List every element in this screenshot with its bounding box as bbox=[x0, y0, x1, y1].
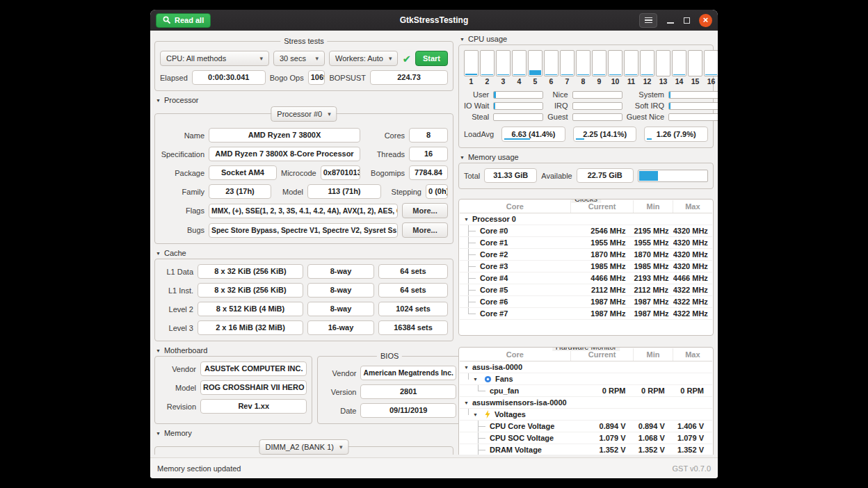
hwmon-sensor-row: CPU SOC Voltage1.079 V1.068 V1.079 V bbox=[460, 432, 712, 444]
bogo-ops-value[interactable]: 106979 bbox=[308, 70, 326, 85]
desktop-background: Read all GtkStressTesting × Stress tests… bbox=[0, 0, 868, 488]
hwmon-fans-row[interactable]: Fans bbox=[460, 373, 712, 385]
clock-row: Core #21870 MHz1870 MHz4320 MHz bbox=[460, 249, 712, 261]
menu-button[interactable] bbox=[639, 13, 657, 28]
expander-icon[interactable] bbox=[464, 400, 469, 405]
cpu-gauge: 8 bbox=[576, 50, 590, 86]
bugs-value[interactable]: Spec Store Bypass, Spectre V1, Spectre V… bbox=[209, 223, 398, 238]
stress-duration-select[interactable]: 30 secs bbox=[273, 51, 325, 66]
maximize-button[interactable] bbox=[684, 17, 690, 24]
mobo-revision-value[interactable]: Rev 1.xx bbox=[200, 399, 307, 414]
cache-size-value[interactable]: 2 x 16 MiB (32 MiB) bbox=[198, 320, 303, 335]
clocks-frame-title: Clocks bbox=[571, 199, 601, 203]
cache-size-value[interactable]: 8 x 512 KiB (4 MiB) bbox=[198, 302, 303, 316]
cpu-usage-expander[interactable]: CPU usage bbox=[460, 35, 714, 43]
elapsed-value[interactable]: 0:00:30.041 bbox=[192, 70, 266, 85]
expander-icon[interactable] bbox=[473, 412, 478, 417]
minimize-button[interactable] bbox=[666, 17, 675, 24]
clocks-group-row[interactable]: Processor 0 bbox=[460, 213, 712, 225]
cache-sets-value[interactable]: 64 sets bbox=[378, 264, 448, 279]
stress-method-select[interactable]: CPU: All methods bbox=[160, 51, 269, 66]
flags-more-button[interactable]: More... bbox=[402, 203, 448, 218]
mem-total-value[interactable]: 31.33 GiB bbox=[484, 168, 537, 183]
bios-version-value[interactable]: 2801 bbox=[360, 384, 456, 399]
clock-row: Core #02546 MHz2195 MHz4320 MHz bbox=[460, 225, 712, 237]
cache-sets-value[interactable]: 64 sets bbox=[378, 283, 448, 298]
hwmon-voltages-row[interactable]: Voltages bbox=[460, 409, 712, 421]
col-max[interactable]: Max bbox=[673, 348, 712, 361]
bios-vendor-value[interactable]: American Megatrends Inc. bbox=[360, 366, 456, 380]
chevron-down-icon bbox=[383, 55, 392, 62]
microcode-value[interactable]: 0x8701013 bbox=[321, 165, 360, 180]
col-min[interactable]: Min bbox=[634, 348, 673, 361]
cache-assoc-value[interactable]: 8-way bbox=[307, 264, 374, 279]
cache-row-label: L1 Data bbox=[160, 268, 193, 276]
bios-version-label: Version bbox=[323, 388, 356, 396]
left-column: Stress tests CPU: All methods 30 secs Wo… bbox=[154, 33, 453, 455]
threads-value[interactable]: 16 bbox=[409, 147, 448, 161]
stepping-label: Stepping bbox=[385, 188, 421, 196]
mobo-vendor-label: Vendor bbox=[160, 365, 196, 373]
cache-sets-value[interactable]: 16384 sets bbox=[378, 320, 448, 335]
expander-icon[interactable] bbox=[464, 217, 469, 222]
hwmon-group-row[interactable]: asus-isa-0000 bbox=[460, 361, 712, 373]
elapsed-label: Elapsed bbox=[160, 74, 188, 82]
cache-size-value[interactable]: 8 x 32 KiB (256 KiB) bbox=[198, 264, 303, 279]
bopsust-value[interactable]: 224.73 bbox=[370, 70, 448, 85]
model-value[interactable]: 113 (71h) bbox=[307, 184, 381, 199]
cache-sets-value[interactable]: 1024 sets bbox=[378, 302, 448, 316]
col-max[interactable]: Max bbox=[673, 200, 712, 213]
col-core[interactable]: Core bbox=[460, 200, 571, 213]
stress-tests-frame-title: Stress tests bbox=[280, 37, 327, 45]
cache-assoc-value[interactable]: 8-way bbox=[307, 283, 374, 298]
expander-icon[interactable] bbox=[464, 365, 469, 370]
bios-date-value[interactable]: 09/11/2019 bbox=[360, 403, 456, 418]
cache-size-value[interactable]: 8 x 32 KiB (256 KiB) bbox=[198, 283, 303, 298]
mobo-model-value[interactable]: ROG CROSSHAIR VII HERO bbox=[200, 380, 307, 395]
bugs-more-button[interactable]: More... bbox=[402, 222, 448, 238]
memory-usage-bar bbox=[638, 170, 708, 182]
ready-check-icon bbox=[402, 54, 411, 64]
specification-label: Specification bbox=[160, 150, 204, 158]
system-label: System bbox=[627, 90, 664, 99]
cache-assoc-value[interactable]: 8-way bbox=[307, 302, 374, 316]
cache-expander[interactable]: Cache bbox=[156, 249, 453, 257]
clock-row: Core #44466 MHz2193 MHz4466 MHz bbox=[460, 273, 712, 284]
start-button[interactable]: Start bbox=[415, 51, 448, 66]
mem-available-label: Available bbox=[541, 172, 572, 180]
bios-frame: BIOS Vendor American Megatrends Inc. Ver… bbox=[317, 356, 461, 424]
motherboard-expander[interactable]: Motherboard bbox=[156, 346, 453, 355]
expander-icon[interactable] bbox=[473, 377, 478, 382]
mem-total-label: Total bbox=[464, 172, 480, 180]
stress-workers-select[interactable]: Workers: Auto bbox=[329, 51, 398, 66]
bogomips-value[interactable]: 7784.84 bbox=[409, 165, 448, 180]
memory-expander[interactable]: Memory bbox=[156, 429, 453, 437]
cpu-name-value[interactable]: AMD Ryzen 7 3800X bbox=[209, 128, 360, 143]
cache-assoc-value[interactable]: 16-way bbox=[307, 320, 374, 335]
package-value[interactable]: Socket AM4 bbox=[209, 165, 277, 180]
stepping-value[interactable]: 0 (0h) bbox=[426, 184, 448, 199]
flags-value[interactable]: MMX, (+), SSE(1, 2, 3, 3S, 4.1, 4.2, 4A)… bbox=[209, 204, 398, 218]
memory-usage-expander[interactable]: Memory usage bbox=[460, 153, 714, 161]
microcode-label: Microcode bbox=[281, 169, 316, 177]
family-value[interactable]: 23 (17h) bbox=[209, 184, 271, 199]
read-all-button[interactable]: Read all bbox=[156, 13, 211, 28]
processor-expander[interactable]: Processor bbox=[156, 96, 453, 104]
specification-value[interactable]: AMD Ryzen 7 3800X 8-Core Processor bbox=[209, 147, 360, 161]
magnifier-icon bbox=[163, 16, 171, 24]
hwmon-group-row[interactable]: asuswmisensors-isa-0000 bbox=[460, 397, 712, 409]
processor-selector[interactable]: Processor #0 bbox=[271, 106, 337, 122]
nice-meter bbox=[572, 91, 622, 99]
cores-value[interactable]: 8 bbox=[409, 128, 448, 143]
dimm-selector[interactable]: DIMM_A2 (BANK 1) bbox=[259, 439, 349, 455]
chevron-down-icon bbox=[334, 444, 343, 450]
mobo-vendor-value[interactable]: ASUSTeK COMPUTER INC. bbox=[200, 361, 307, 376]
hwmon-sensor-row: CPU Core Voltage0.894 V0.894 V1.406 V bbox=[460, 421, 712, 432]
system-meter bbox=[668, 91, 718, 99]
clock-row: Core #61987 MHz1987 MHz4322 MHz bbox=[460, 296, 712, 308]
guestnice-meter bbox=[668, 113, 718, 121]
statusbar: Memory section updated GST v0.7.0 bbox=[150, 457, 718, 478]
mem-available-value[interactable]: 22.75 GiB bbox=[577, 168, 634, 183]
col-min[interactable]: Min bbox=[634, 200, 673, 213]
close-button[interactable]: × bbox=[699, 14, 712, 27]
